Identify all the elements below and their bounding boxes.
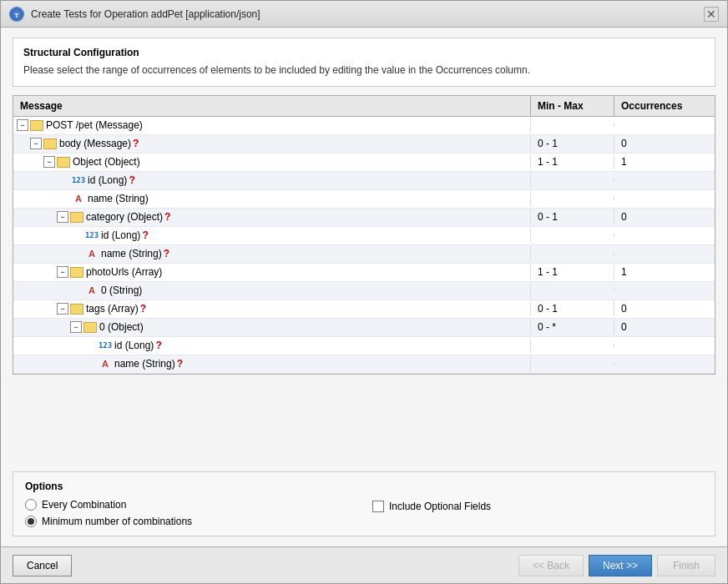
table-row: −Object (Object)1 - 11	[13, 154, 715, 172]
cell-minmax	[531, 252, 614, 255]
optional-mark: ?	[142, 229, 148, 241]
string-icon: A	[72, 194, 85, 204]
cell-occurrences: 0	[614, 301, 715, 316]
node-label: category (Object)	[86, 211, 163, 223]
header-occurrences: Occurrences	[614, 96, 715, 116]
table-row: 123id (Long) ?	[13, 172, 715, 190]
expand-icon[interactable]: −	[57, 266, 68, 278]
description-title: Structural Configuration	[23, 47, 705, 58]
checkbox-optional-label: Include Optional Fields	[389, 501, 491, 512]
content-area: Structural Configuration Please select t…	[1, 28, 727, 546]
svg-text:T: T	[15, 11, 19, 18]
table-row: A0 (String)	[13, 282, 715, 300]
number-icon: 123	[85, 230, 99, 241]
optional-mark: ?	[133, 138, 139, 149]
options-section: Options Every Combination Minimum number…	[13, 471, 715, 536]
folder-icon	[70, 212, 83, 223]
checkbox-optional-fields[interactable]: Include Optional Fields	[372, 501, 491, 512]
table-row: −category (Object) ?0 - 10	[13, 209, 715, 227]
table-row: −0 (Object)0 - *0	[13, 319, 715, 337]
dialog-title: Create Tests for Operation addPet [appli…	[31, 8, 260, 20]
tree-table-wrapper: Message Min - Max Occurrences −POST /pet…	[13, 95, 715, 463]
checkbox-optional-btn[interactable]	[372, 501, 384, 512]
cell-minmax	[531, 344, 614, 347]
dialog-icon: T	[9, 7, 24, 22]
title-bar: T Create Tests for Operation addPet [app…	[1, 1, 727, 28]
cell-occurrences: 0	[614, 136, 715, 151]
cell-occurrences	[614, 289, 715, 292]
finish-button[interactable]: Finish	[657, 555, 715, 576]
number-icon: 123	[72, 175, 85, 186]
optional-mark: ?	[140, 303, 146, 315]
cell-message: 123id (Long) ?	[13, 338, 531, 353]
cell-minmax	[531, 234, 614, 237]
node-label: 0 (String)	[101, 284, 142, 296]
cell-message: −POST /pet (Message)	[13, 118, 531, 133]
node-label: name (String)	[88, 193, 149, 204]
node-label: id (Long)	[114, 340, 154, 351]
table-row: 123id (Long) ?	[13, 227, 715, 245]
cell-occurrences	[614, 362, 715, 365]
optional-mark: ?	[129, 174, 134, 186]
node-label: tags (Array)	[86, 303, 139, 315]
table-header: Message Min - Max Occurrences	[13, 96, 715, 117]
node-label: id (Long)	[88, 174, 127, 186]
options-left: Every Combination Minimum number of comb…	[25, 499, 356, 527]
footer-bar: Cancel << Back Next >> Finish	[1, 546, 727, 583]
radio-every-btn[interactable]	[25, 499, 37, 511]
expand-icon[interactable]: −	[70, 321, 82, 333]
description-box: Structural Configuration Please select t…	[13, 38, 715, 87]
cell-occurrences	[614, 179, 715, 182]
dialog: T Create Tests for Operation addPet [app…	[0, 0, 728, 584]
node-label: POST /pet (Message)	[46, 119, 143, 131]
string-icon: A	[99, 359, 112, 370]
string-icon: A	[85, 285, 99, 296]
radio-every-combination[interactable]: Every Combination	[25, 499, 356, 511]
folder-icon	[30, 120, 43, 131]
cell-minmax: 1 - 1	[531, 154, 614, 169]
table-row: Aname (String)	[13, 190, 715, 209]
cell-occurrences	[614, 123, 715, 127]
cell-minmax	[531, 289, 614, 292]
cell-minmax: 1 - 1	[531, 264, 614, 279]
cell-minmax: 0 - *	[531, 320, 614, 335]
expand-icon[interactable]: −	[30, 138, 42, 149]
node-label: 0 (Object)	[99, 321, 144, 333]
expand-icon[interactable]: −	[57, 303, 68, 315]
table-row: 123id (Long) ?	[13, 337, 715, 355]
next-button[interactable]: Next >>	[589, 555, 652, 576]
options-grid: Every Combination Minimum number of comb…	[25, 499, 703, 527]
radio-minimum-btn[interactable]	[25, 516, 37, 527]
tree-rows: −POST /pet (Message)−body (Message) ?0 -…	[13, 117, 715, 374]
cancel-button[interactable]: Cancel	[13, 555, 72, 576]
table-row: Aname (String) ?	[13, 355, 715, 374]
cell-message: Aname (String) ?	[13, 246, 531, 261]
options-title: Options	[25, 481, 703, 492]
cell-message: −photoUrls (Array)	[13, 264, 531, 279]
cell-message: Aname (String) ?	[13, 356, 531, 371]
expand-icon[interactable]: −	[43, 156, 55, 168]
node-label: Object (Object)	[73, 156, 140, 168]
node-label: id (Long)	[101, 229, 140, 241]
optional-mark: ?	[155, 340, 161, 351]
back-button[interactable]: << Back	[518, 555, 584, 576]
title-bar-left: T Create Tests for Operation addPet [app…	[9, 7, 260, 22]
folder-icon	[43, 138, 57, 149]
cell-message: −tags (Array) ?	[13, 301, 531, 316]
table-container[interactable]: Message Min - Max Occurrences −POST /pet…	[13, 95, 715, 375]
node-label: photoUrls (Array)	[86, 266, 162, 278]
cell-minmax	[531, 197, 614, 200]
table-row: Aname (String) ?	[13, 245, 715, 264]
cell-occurrences	[614, 252, 715, 255]
expand-icon[interactable]: −	[17, 119, 28, 131]
close-button[interactable]: ✕	[704, 7, 719, 22]
optional-mark: ?	[177, 358, 183, 370]
cell-minmax: 0 - 1	[531, 301, 614, 316]
folder-icon	[70, 267, 83, 278]
cell-occurrences	[614, 344, 715, 347]
cell-message: A0 (String)	[13, 283, 531, 298]
cell-message: −0 (Object)	[13, 320, 531, 335]
expand-icon[interactable]: −	[57, 211, 68, 223]
radio-minimum[interactable]: Minimum number of combinations	[25, 516, 356, 527]
header-minmax: Min - Max	[531, 96, 614, 116]
